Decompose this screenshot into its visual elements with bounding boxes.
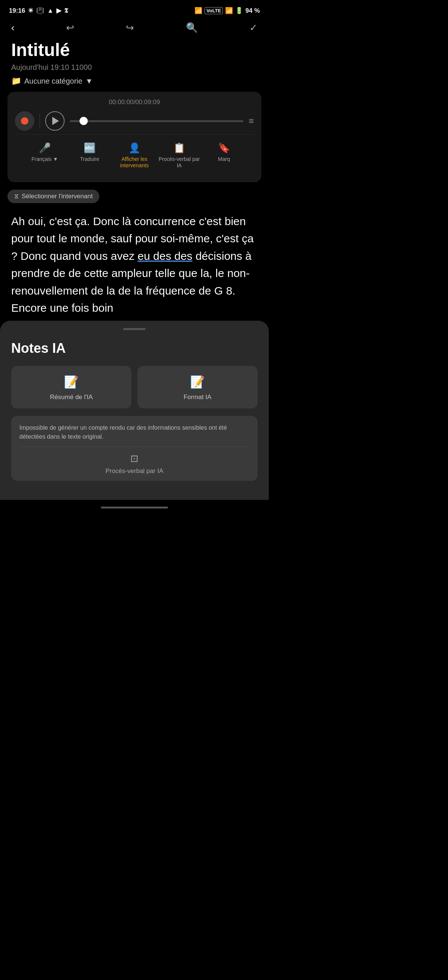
audio-player: 00:00:00/00:09:09 ≡ 🎤 Français ▼ 🔤 Tradu… <box>8 92 261 182</box>
panel-handle <box>123 328 146 330</box>
dropdown-icon: ▼ <box>86 77 93 86</box>
toolbar: ‹ ↩ ↪ 🔍 ✓ <box>0 18 269 40</box>
record-dot <box>21 117 29 125</box>
resume-ia-button[interactable]: 📝 Résumé de l'IA <box>11 366 132 409</box>
transcript-underline: eu des des <box>138 250 193 262</box>
resume-ia-label: Résumé de l'IA <box>50 393 93 401</box>
play-button[interactable] <box>45 111 65 130</box>
category-label: Aucune catégorie <box>24 77 83 86</box>
note-meta: Aujourd'hui 19:10 11000 <box>11 63 257 72</box>
ai-buttons: 📝 Résumé de l'IA 📝 Format IA <box>11 366 257 409</box>
time: 19:16 <box>9 7 25 14</box>
search-button[interactable]: 🔍 <box>186 22 198 33</box>
overlay-panel: Notes IA 📝 Résumé de l'IA 📝 Format IA Im… <box>0 321 269 500</box>
audio-tabs: 🎤 Français ▼ 🔤 Traduire 👤 Afficher les i… <box>15 134 254 175</box>
note-header: Intitulé Aujourd'hui 19:10 11000 📁 Aucun… <box>0 40 269 92</box>
wifi-icon: 📶 <box>194 7 202 14</box>
list-icon[interactable]: ≡ <box>249 116 254 126</box>
folder-icon: 📁 <box>11 76 21 86</box>
format-ia-button[interactable]: 📝 Format IA <box>137 366 257 409</box>
marque-icon: 🔖 <box>218 142 230 154</box>
status-bar: 19:16 ✳ 📳 ▲ ▶ 𝕿 📶 VoLTE 📶 🔋 94 % <box>0 0 269 18</box>
record-button[interactable] <box>15 111 34 130</box>
proces-icon: 📋 <box>173 142 185 154</box>
resume-ia-icon: 📝 <box>64 375 79 389</box>
note-title: Intitulé <box>11 40 257 60</box>
notice-box: Impossible de générer un compte rendu ca… <box>11 416 257 481</box>
filter-badge[interactable]: ⧖ Sélectionner l'intervenant <box>8 190 99 203</box>
format-ia-label: Format IA <box>184 393 212 401</box>
progress-bar[interactable] <box>70 120 243 122</box>
audio-time: 00:00:00/00:09:09 <box>15 99 254 106</box>
langue-icon: 🎤 <box>39 142 51 154</box>
filter-label: Sélectionner l'intervenant <box>22 192 92 200</box>
notice-action-label: Procès-verbal par IA <box>106 468 164 475</box>
confirm-button[interactable]: ✓ <box>249 22 257 33</box>
traduire-icon: 🔤 <box>84 142 95 154</box>
bluetooth-icon: ✳ <box>28 7 33 14</box>
note-category[interactable]: 📁 Aucune catégorie ▼ <box>11 76 257 86</box>
notice-action[interactable]: ⊡ Procès-verbal par IA <box>19 447 249 481</box>
battery-icon: 🔋 <box>235 7 243 14</box>
undo-button[interactable]: ↩ <box>66 22 74 33</box>
audio-controls: ≡ <box>15 111 254 130</box>
nyt-icon: 𝕿 <box>64 7 68 14</box>
status-left: 19:16 ✳ 📳 ▲ ▶ 𝕿 <box>9 7 68 14</box>
redo-button[interactable]: ↪ <box>126 22 134 33</box>
home-indicator <box>101 507 168 509</box>
volte-badge: VoLTE <box>205 7 223 14</box>
tab-proces[interactable]: 📋 Procès-verbal par IA <box>157 140 202 171</box>
vibrate-icon: 📳 <box>36 7 44 14</box>
signal-icon: 📶 <box>225 7 233 14</box>
panel-title: Notes IA <box>11 340 257 356</box>
tab-langue[interactable]: 🎤 Français ▼ <box>22 140 67 171</box>
play-icon <box>52 117 59 125</box>
status-right: 📶 VoLTE 📶 🔋 94 % <box>194 7 260 14</box>
arrow-icon: ▲ <box>47 7 53 14</box>
back-button[interactable]: ‹ <box>11 22 14 33</box>
progress-thumb <box>79 117 88 125</box>
divider <box>40 113 40 129</box>
notice-text: Impossible de générer un compte rendu ca… <box>19 423 249 441</box>
tab-intervenants[interactable]: 👤 Afficher les intervenants <box>112 140 157 171</box>
notice-action-icon: ⊡ <box>130 453 138 465</box>
tab-traduire[interactable]: 🔤 Traduire <box>67 140 112 171</box>
transcript: Ah oui, c'est ça. Donc là concurrence c'… <box>0 209 269 317</box>
format-ia-icon: 📝 <box>190 375 205 389</box>
filter-icon: ⧖ <box>14 192 19 200</box>
battery-percent: 94 % <box>245 7 260 14</box>
tab-marque[interactable]: 🔖 Marq <box>202 140 246 171</box>
youtube-icon: ▶ <box>56 7 61 14</box>
intervenants-icon: 👤 <box>129 142 140 154</box>
